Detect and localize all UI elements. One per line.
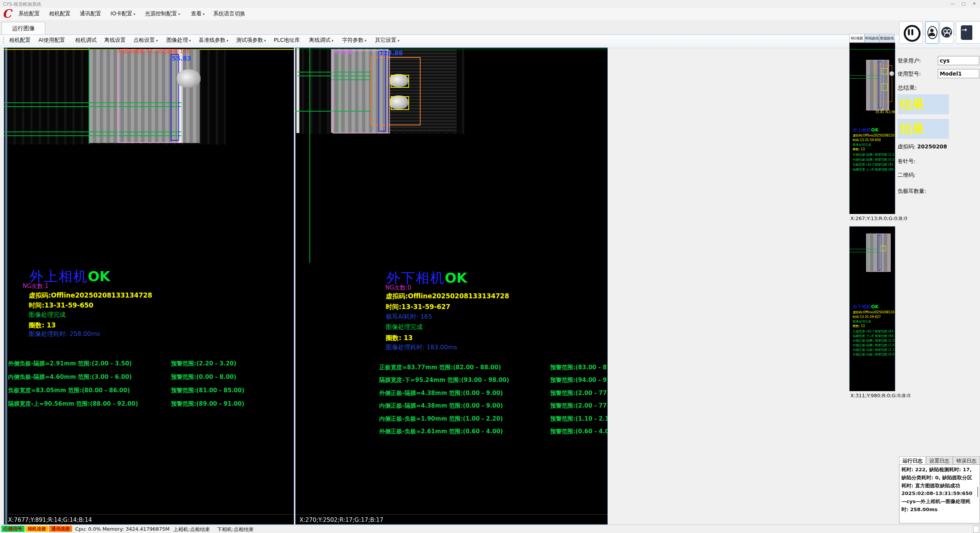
process-time-line: 图像处理耗时: 258.00ms: [29, 330, 100, 338]
login-user-input[interactable]: [938, 56, 979, 65]
measure-value-tag: 123.88: [379, 49, 403, 57]
dropdown-arrow-icon: ▾: [189, 39, 191, 43]
green-horizontal-line: [850, 249, 878, 249]
time-line: 时间:13-31-59-650: [29, 301, 93, 310]
close-button[interactable]: ✕: [969, 1, 979, 7]
menu-io-config[interactable]: IO卡配置▾: [110, 10, 135, 17]
tool-offline-settings[interactable]: 离线设置: [104, 37, 126, 44]
loop-count-line: 圈数: 13: [29, 321, 56, 330]
run-log-area[interactable]: 耗时: 222, 缺陷检测耗时: 17, 缺陷分类耗时: 0, 缺陷提取分区耗时…: [899, 464, 980, 523]
mini-info-line: 圈数: 13: [853, 147, 865, 151]
mini-title-line: 外上相机OK: [853, 126, 879, 133]
tab-line-curve[interactable]: 料线曲线图: [865, 34, 880, 43]
menu-system-config[interactable]: 系统配置: [18, 10, 40, 17]
view-tab-bar: [0, 20, 980, 35]
tab-run-log[interactable]: 运行日志: [899, 456, 926, 465]
process-done-line: 图像处理完成: [29, 311, 66, 319]
camera-result: OK: [88, 268, 110, 284]
mini-camera-result: OK: [871, 127, 879, 133]
dropdown-arrow-icon: ▾: [398, 39, 400, 43]
tool-image-process[interactable]: 图像处理▾: [166, 37, 191, 44]
mini-measurement: 外侧正极-隔膜=4.38mm 范围:(0.00 - 9.00): [853, 339, 874, 343]
total-result-label: 总结果:: [898, 84, 917, 92]
log-scrollbar[interactable]: [977, 487, 978, 497]
pixel-coordinates: X:7677;Y:891;R:14;G:14;B:14: [8, 517, 92, 523]
preview-coordinates: X:311;Y:980;R:0;G:0;B:0: [849, 391, 896, 400]
measurement-value: 内侧负极-隔膜=4.60mm 范围:(3.00 - 6.00): [8, 373, 132, 381]
green-vertical-line: [309, 48, 310, 263]
bright-edge-strip: [296, 48, 299, 133]
roll-needle-label: 卷针号:: [898, 158, 916, 165]
menu-light-config[interactable]: 光源控制配置▾: [145, 10, 180, 17]
dropdown-arrow-icon: ▾: [264, 39, 266, 43]
mini-measurement: 正极宽度=83.77mm 范围:(82.00 - 88.00): [853, 329, 874, 334]
model-input[interactable]: [938, 69, 979, 78]
pause-button[interactable]: [899, 21, 923, 44]
ng-preview-upper[interactable]: 35.81 AL1:98 外上相机OK 虚拟码:Offline202502081…: [849, 43, 895, 215]
mini-measurement: 内侧正极-负极=1.90mm 范围:(1.00 - 2.20): [853, 348, 874, 352]
tool-plc-address[interactable]: PLC地址库: [274, 37, 300, 44]
menu-comm-config[interactable]: 通讯配置: [80, 10, 101, 17]
camera-view-upper[interactable]: AI助动阈值:93, 动态阈值:100 55.83 外上相机OK NG次数:1 …: [4, 48, 294, 525]
tab-ng-view[interactable]: NG视图显示: [849, 34, 865, 43]
ai-threshold-text: AI助动阈值:93, 动态阈值:100: [118, 48, 190, 55]
virtual-code-value: 20250208: [917, 143, 947, 150]
logout-button[interactable]: →: [956, 21, 980, 44]
menu-language-switch[interactable]: 系统语言切换: [213, 10, 245, 17]
tool-camera-config[interactable]: 相机配置: [9, 37, 31, 44]
measurement-warn: 预警范围:(94.00 - 97.00): [550, 377, 608, 384]
tool-ai-config[interactable]: AI使用配置: [38, 37, 65, 44]
result-box-lower: 结果: [898, 119, 949, 139]
measurement-value: 外侧负极-隔膜=2.91mm 范围:(2.00 - 3.50): [8, 360, 132, 367]
camera-title: 外下相机: [386, 270, 445, 286]
virtual-code-line: 虚拟码:Offline20250208133134728: [29, 291, 152, 300]
tool-char-params[interactable]: 字符参数▾: [342, 37, 367, 44]
mini-measurement-warn: 预警范围:(2.20 - 3.20): [875, 153, 894, 157]
tab-detect-box: [391, 96, 409, 110]
tool-other-settings[interactable]: 其它设置▾: [375, 37, 400, 44]
menu-view[interactable]: 查看▾: [191, 10, 205, 17]
app-logo-icon: C: [2, 8, 14, 19]
ng-count: NG次数:0: [385, 284, 411, 291]
maximize-button[interactable]: ▢: [959, 1, 968, 7]
tool-camera-debug[interactable]: 相机调试: [75, 37, 97, 44]
user-group-button[interactable]: [940, 21, 954, 44]
toolbar-grip-icon[interactable]: [3, 37, 4, 45]
menu-camera-config[interactable]: 相机配置: [49, 10, 71, 17]
tab-error-log[interactable]: 错误日志: [953, 456, 980, 465]
single-user-button[interactable]: [925, 21, 939, 44]
measure-value-tag: 55.83: [172, 55, 191, 62]
dropdown-arrow-icon: ▾: [203, 12, 205, 16]
ng-count: NG次数:1: [23, 283, 48, 290]
title-bar: CYS-视觉检测系统 — ▢ ✕: [0, 0, 980, 8]
mini-info-line: 圈数: 13: [853, 324, 865, 328]
mini-measurement-warn: 预警范围:(2.00 - 77.00): [875, 343, 894, 347]
camera-view-lower[interactable]: AI检测框 123.88 外下相机OK NG次数:0 虚拟码:Offline20…: [295, 48, 608, 525]
tool-offline-debug[interactable]: 离线调试▾: [309, 37, 334, 44]
camera-result: OK: [445, 270, 467, 286]
tab-data-curve[interactable]: 数据曲线图: [880, 34, 894, 43]
status-resize-grip[interactable]: [973, 526, 979, 533]
dropdown-arrow-icon: ▾: [365, 39, 367, 43]
tool-baseline-params[interactable]: 基准线参数▾: [199, 37, 229, 44]
result-box-upper: 结果: [898, 94, 949, 114]
green-horizontal-line: [850, 78, 878, 79]
dropdown-arrow-icon: ▾: [332, 39, 334, 43]
measurement-value: 隔膜宽度-下=95.24mm 范围:(93.00 - 98.00): [379, 377, 509, 384]
tab-detect-box: [391, 75, 409, 88]
preview-coordinates: X:267;Y:13;R:0;G:0;B:0: [849, 214, 896, 223]
mini-measurement-warn: 预警范围:(81.00 - 85.00): [875, 163, 894, 167]
mini-tab-box: [881, 246, 886, 251]
minimize-button[interactable]: —: [948, 1, 958, 7]
tab-run-image[interactable]: 运行图像: [2, 22, 45, 35]
ng-preview-lower[interactable]: 外下相机OK 虚拟码:Offline20250208133134728 时间:1…: [849, 226, 895, 392]
measurement-warn: 预警范围:(0.00 - 8.00): [171, 373, 236, 381]
mini-measurement: 负极宽度=83.05mm 范围:(80.00 - 86.00): [853, 163, 874, 167]
measurement-warn: 预警范围:(2.20 - 3.20): [171, 360, 236, 367]
tool-test-params[interactable]: 测试项参数▾: [236, 37, 266, 44]
tool-spot-check[interactable]: 点检设置▾: [133, 37, 158, 44]
mini-measurement: 隔膜宽度-下=95.24mm 范围:(93.00 - 98.00): [853, 334, 874, 338]
detect-region-box: [118, 49, 179, 143]
pause-icon-bar: [908, 29, 910, 35]
tab-settings-log[interactable]: 设置日志: [926, 456, 953, 465]
